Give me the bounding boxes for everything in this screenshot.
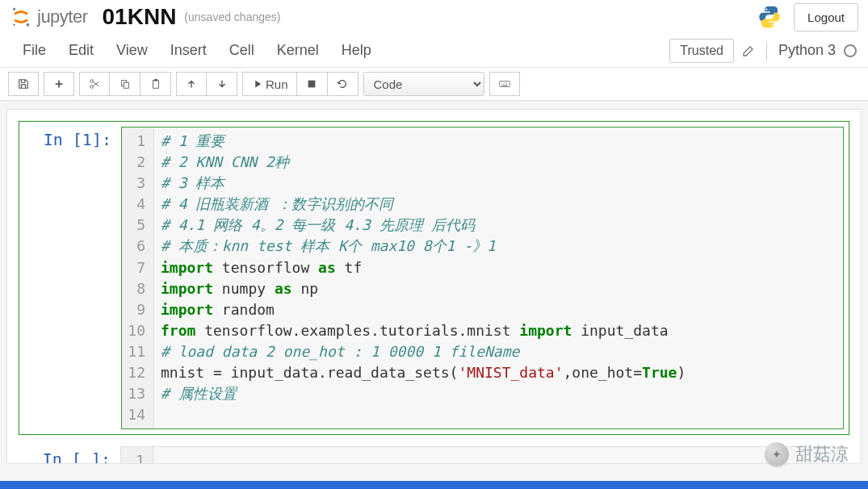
code-line: from tensorflow.examples.tutorials.mnist… bbox=[161, 320, 837, 341]
wechat-icon: ✦ bbox=[765, 442, 789, 466]
paste-icon bbox=[150, 78, 161, 90]
menu-help[interactable]: Help bbox=[330, 37, 383, 64]
interrupt-button[interactable] bbox=[297, 72, 328, 96]
notebook-header: jupyter 01KNN (unsaved changes) Logout bbox=[0, 0, 868, 34]
run-button[interactable]: Run bbox=[242, 72, 297, 96]
svg-rect-8 bbox=[124, 82, 128, 88]
code-line: mnist = input_data.read_data_sets('MNIST… bbox=[161, 362, 837, 383]
copy-button[interactable] bbox=[110, 72, 140, 96]
jupyter-logo[interactable]: jupyter bbox=[10, 6, 88, 28]
scissors-icon bbox=[89, 78, 100, 90]
code-line: import random bbox=[161, 299, 837, 320]
divider bbox=[766, 41, 767, 61]
code-line: # 1 重要 bbox=[161, 131, 837, 152]
watermark-text: 甜菇涼 bbox=[795, 442, 849, 466]
cut-button[interactable] bbox=[79, 72, 110, 96]
run-icon bbox=[251, 78, 262, 90]
plus-icon bbox=[53, 78, 65, 90]
code-line: import tensorflow as tf bbox=[161, 257, 837, 278]
code-cell[interactable]: In [1]:1234567891011121314# 1 重要# 2 KNN … bbox=[19, 121, 849, 435]
svg-point-5 bbox=[90, 86, 94, 89]
svg-rect-9 bbox=[153, 81, 158, 89]
jupyter-icon bbox=[10, 6, 32, 28]
input-prompt: In [1]: bbox=[24, 127, 121, 429]
kernel-indicator-icon bbox=[844, 44, 857, 57]
celltype-select[interactable]: Code bbox=[363, 72, 484, 96]
save-status: (unsaved changes) bbox=[184, 10, 280, 23]
menu-view[interactable]: View bbox=[105, 37, 159, 64]
code-line: # 2 KNN CNN 2种 bbox=[161, 152, 837, 173]
bottom-bar bbox=[0, 481, 868, 489]
code-line: # 4.1 网络 4。2 每一级 4.3 先原理 后代码 bbox=[161, 215, 837, 236]
toolbar: Run Code bbox=[0, 68, 868, 101]
copy-icon bbox=[120, 78, 131, 90]
menubar: FileEditViewInsertCellKernelHelp Trusted… bbox=[0, 34, 868, 68]
menu-file[interactable]: File bbox=[11, 37, 57, 64]
menu-cell[interactable]: Cell bbox=[218, 37, 266, 64]
logo-text: jupyter bbox=[37, 6, 88, 27]
python-icon bbox=[757, 4, 782, 30]
menu-insert[interactable]: Insert bbox=[159, 37, 218, 64]
command-palette-button[interactable] bbox=[489, 72, 520, 96]
notebook-title[interactable]: 01KNN bbox=[103, 4, 177, 30]
svg-point-0 bbox=[13, 8, 15, 10]
svg-rect-10 bbox=[154, 79, 157, 82]
code-line bbox=[160, 450, 837, 464]
menu-kernel[interactable]: Kernel bbox=[266, 37, 330, 64]
code-cell[interactable]: In [ ]:1 bbox=[19, 441, 849, 464]
code-line: # 4 旧瓶装新酒 ：数字识别的不同 bbox=[161, 194, 837, 215]
paste-button[interactable] bbox=[140, 72, 171, 96]
pencil-icon[interactable] bbox=[742, 44, 755, 57]
svg-point-4 bbox=[772, 23, 774, 25]
input-area[interactable]: 1 bbox=[120, 446, 845, 464]
restart-button[interactable] bbox=[328, 72, 359, 96]
kernel-name[interactable]: Python 3 bbox=[778, 42, 836, 59]
stop-icon bbox=[306, 78, 317, 90]
input-area[interactable]: 1234567891011121314# 1 重要# 2 KNN CNN 2种#… bbox=[121, 127, 844, 429]
insert-cell-button[interactable] bbox=[44, 72, 74, 96]
keyboard-icon bbox=[499, 78, 510, 90]
save-icon bbox=[18, 78, 29, 90]
notebook-container: In [1]:1234567891011121314# 1 重要# 2 KNN … bbox=[6, 109, 862, 464]
run-label: Run bbox=[266, 77, 288, 91]
line-gutter: 1 bbox=[121, 447, 153, 464]
arrow-up-icon bbox=[186, 78, 197, 90]
code-line: # 属性设置 bbox=[161, 383, 837, 404]
code-line: # 3 样本 bbox=[161, 173, 837, 194]
menu-edit[interactable]: Edit bbox=[57, 37, 105, 64]
watermark: ✦ 甜菇涼 bbox=[765, 442, 849, 466]
line-gutter: 1234567891011121314 bbox=[122, 127, 154, 428]
svg-rect-11 bbox=[308, 81, 316, 88]
move-down-button[interactable] bbox=[207, 72, 237, 96]
svg-point-6 bbox=[90, 80, 94, 83]
move-up-button[interactable] bbox=[176, 72, 207, 96]
code-line bbox=[161, 404, 837, 425]
code-line: # load data 2 one_hot : 1 0000 1 fileNam… bbox=[161, 341, 837, 362]
trusted-badge[interactable]: Trusted bbox=[669, 39, 734, 63]
code-line: # 本质：knn test 样本 K个 max10 8个1 -》1 bbox=[161, 236, 837, 257]
logout-button[interactable]: Logout bbox=[794, 3, 858, 31]
code-editor[interactable]: # 1 重要# 2 KNN CNN 2种# 3 样本# 4 旧瓶装新酒 ：数字识… bbox=[154, 127, 843, 428]
code-line: import numpy as np bbox=[161, 278, 837, 299]
svg-point-2 bbox=[13, 24, 15, 27]
code-editor[interactable] bbox=[153, 447, 844, 464]
input-prompt: In [ ]: bbox=[23, 446, 120, 464]
save-button[interactable] bbox=[8, 72, 39, 96]
arrow-down-icon bbox=[216, 78, 228, 90]
svg-point-1 bbox=[26, 23, 29, 27]
svg-point-3 bbox=[765, 8, 767, 10]
refresh-icon bbox=[337, 78, 348, 90]
